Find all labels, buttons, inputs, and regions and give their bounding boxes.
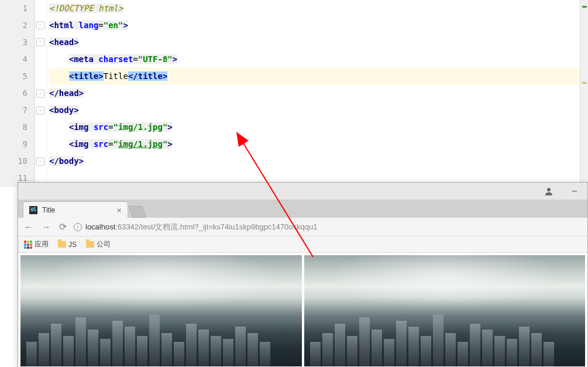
line-number-gutter: 1 2 3 4 5 6 7 8 9 10 11 [0, 0, 35, 187]
browser-tabbar: WS Title × [18, 200, 587, 218]
code-line[interactable]: <head> [49, 34, 588, 51]
bookmark-folder-js[interactable]: JS [58, 241, 77, 249]
user-icon[interactable] [542, 184, 556, 198]
browser-tab[interactable]: WS Title × [23, 201, 128, 218]
fold-toggle-icon[interactable]: − [36, 107, 44, 115]
fold-column: − − − − − [35, 0, 47, 187]
browser-addressbar: ← → ⟳ i localhost:63342/test/文档流.html?_i… [18, 218, 587, 236]
code-line[interactable]: <body> [49, 102, 588, 119]
code-line[interactable]: <img src="img/1.jpg"> [49, 119, 588, 136]
page-viewport [18, 253, 587, 367]
bookmark-folder-company[interactable]: 公司 [86, 239, 111, 249]
folder-icon [86, 241, 94, 248]
folder-icon [58, 241, 66, 248]
new-tab-button[interactable] [128, 206, 146, 218]
bookmarks-bar: 应用 JS 公司 [18, 236, 587, 253]
code-editor[interactable]: 1 2 3 4 5 6 7 8 9 10 11 − − − − − <!DOCT… [0, 0, 588, 187]
tab-favicon-icon: WS [29, 206, 37, 214]
code-line[interactable]: <meta charset="UTF-8"> [49, 51, 588, 68]
fold-toggle-icon[interactable]: − [36, 38, 44, 46]
editor-marker-stripe [580, 0, 588, 182]
svg-point-0 [547, 188, 551, 191]
code-line[interactable]: </body> [49, 153, 588, 170]
url-input[interactable]: i localhost:63342/test/文档流.html?_ijt=ks7… [74, 222, 583, 232]
rendered-image-2 [304, 255, 586, 366]
back-button[interactable]: ← [23, 222, 35, 232]
site-info-icon[interactable]: i [74, 223, 82, 231]
tab-close-icon[interactable]: × [117, 205, 122, 215]
browser-window: ─ WS Title × ← → ⟳ i localhost:63342/tes… [18, 182, 588, 367]
minimize-button[interactable]: ─ [568, 184, 582, 198]
code-area[interactable]: <!DOCTYPE html> <html lang="en"> <head> … [47, 0, 588, 187]
code-line[interactable]: <html lang="en"> [49, 17, 588, 34]
code-line[interactable]: <!DOCTYPE html> [49, 0, 588, 17]
rendered-image-1 [20, 255, 302, 366]
tab-title: Title [42, 206, 112, 214]
window-titlebar: ─ [18, 183, 587, 200]
code-line-current[interactable]: <title>Title</title> [49, 68, 588, 85]
reload-button[interactable]: ⟳ [58, 221, 68, 232]
fold-toggle-icon[interactable]: − [36, 157, 44, 166]
code-line[interactable]: <img src="img/1.jpg"> [49, 136, 588, 153]
fold-toggle-icon[interactable]: − [36, 90, 44, 98]
fold-toggle-icon[interactable]: − [36, 21, 44, 29]
forward-button[interactable]: → [40, 222, 52, 232]
apps-grid-icon [24, 241, 32, 249]
code-line[interactable]: </head> [49, 85, 588, 102]
apps-button[interactable]: 应用 [24, 239, 49, 249]
